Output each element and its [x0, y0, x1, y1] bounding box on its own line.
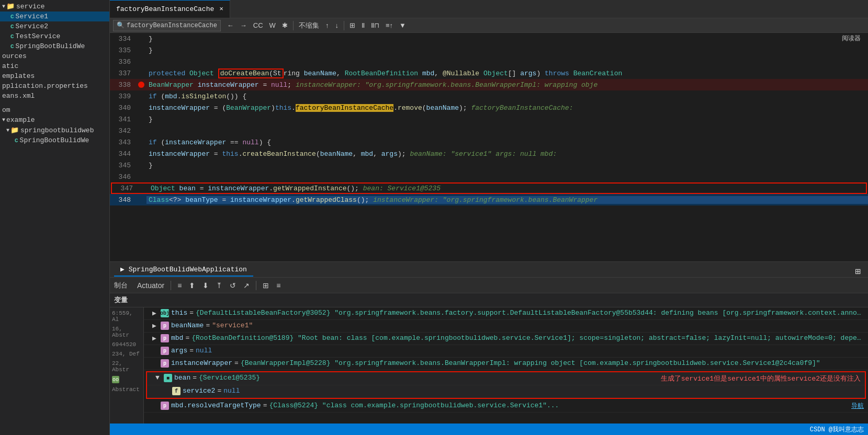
btn-forward[interactable]: →	[238, 20, 249, 30]
btn-align[interactable]: ≡↑	[384, 20, 395, 30]
debug-linenum-2: 16, Abstr	[110, 324, 143, 340]
sidebar-item-service2[interactable]: C Service2	[0, 21, 109, 31]
debug-linenum-3: 6944520	[110, 340, 143, 349]
bean-annotation: 生成了service1但是service1中的属性service2还是没有注入	[661, 374, 861, 383]
varval-mbd: {RootBeanDefinition@5189} "Root bean: cl…	[191, 334, 864, 342]
equals-instancewrapper: =	[234, 359, 239, 367]
debug-console-tab[interactable]: 制台	[114, 281, 128, 290]
code-line-335: 335 }	[110, 44, 868, 56]
sidebar-item-om[interactable]: om	[0, 105, 109, 115]
btn-star[interactable]: ✱	[280, 20, 290, 30]
sidebar-label-appprops: pplication.properties	[2, 82, 88, 90]
code-line-339: 339 if (mbd.isSingleton()) {	[110, 90, 868, 102]
toolbar-row: 🔍 factoryBeanInstanceCache ← → CC W ✱ 不缩…	[110, 18, 868, 33]
debug-linenum-5: 22, Abstr	[110, 359, 143, 374]
variables-panel[interactable]: 6:559, Al 16, Abstr 6944520 234, Def 22,…	[110, 307, 868, 423]
debug-linenum-1: 6:559, Al	[110, 308, 143, 324]
debug-btn-table[interactable]: ⊞	[261, 280, 271, 291]
line-content-343: if (instanceWrapper == null) {	[146, 139, 868, 146]
btn-ii2[interactable]: Ⅱ⊓	[369, 20, 381, 30]
btn-down[interactable]: ↓	[333, 20, 341, 30]
btn-grid[interactable]: ⊞	[347, 20, 357, 30]
nav-link-resolved[interactable]: 导航	[851, 402, 864, 410]
tab-bar: factoryBeanInstanceCache ×	[110, 0, 868, 18]
sidebar-item-service1[interactable]: C Service1	[0, 12, 109, 21]
line-content-344: instanceWrapper = this.createBeanInstanc…	[146, 150, 868, 158]
line-num-348: 348	[110, 196, 136, 204]
debug-btn-down2[interactable]: ⬇	[200, 280, 211, 291]
status-right: CSDN @我叫意志志	[810, 425, 864, 434]
icon-this: obj	[161, 309, 169, 317]
btn-w[interactable]: W	[267, 20, 278, 30]
tab-label: factoryBeanInstanceCache	[116, 5, 214, 13]
var-row-args[interactable]: p args = null	[144, 345, 868, 358]
equals-resolved: =	[263, 402, 267, 409]
arrow-icon-example: ▼	[2, 117, 5, 123]
var-row-instancewrapper[interactable]: p instanceWrapper = {BeanWrapperImpl@522…	[144, 358, 868, 370]
debug-linenum-7: Abstract	[110, 385, 143, 394]
line-content-347: Object bean = instanceWrapper.getWrapped…	[149, 185, 866, 192]
expand-bean[interactable]: ▼	[155, 374, 164, 382]
code-editor[interactable]: 阅读器 334 } 335 } 336	[110, 33, 868, 261]
expand-mbd[interactable]: ▶	[152, 334, 161, 342]
code-line-337: 337 protected Object doCreateBean(String…	[110, 67, 868, 79]
folder-icon-sbbw: 📁	[10, 126, 19, 134]
expand-this[interactable]: ▶	[152, 309, 161, 317]
class-icon-service1: C	[10, 14, 14, 20]
btn-up[interactable]: ↑	[323, 20, 331, 30]
toolbar-divider	[293, 21, 294, 30]
tab-close[interactable]: ×	[219, 5, 223, 13]
debug-line-nums: 6:559, Al 16, Abstr 6944520 234, Def 22,…	[110, 307, 144, 423]
var-row-service2[interactable]: f service2 = null	[147, 385, 865, 398]
btn-filter[interactable]: ▼	[397, 20, 408, 30]
sidebar-item-springbootbulidwe2[interactable]: C SpringBootBulidWe	[0, 135, 109, 145]
var-row-bean[interactable]: ▼ ■ bean = {Service1@5235} 生成了service1但是…	[147, 372, 865, 385]
sidebar-item-example[interactable]: ▼ example	[0, 115, 109, 125]
var-row-this[interactable]: ▶ obj this = {DefaultListableBeanFactory…	[144, 307, 868, 320]
btn-collapse[interactable]: 不缩集	[297, 20, 321, 31]
debug-btn-list[interactable]: ≡	[175, 280, 184, 291]
icon-resolved: p	[161, 402, 169, 410]
active-tab[interactable]: factoryBeanInstanceCache ×	[110, 0, 230, 18]
panel-pin-icon[interactable]: ⊞	[855, 266, 861, 277]
sidebar-item-testservice[interactable]: C TestService	[0, 31, 109, 41]
var-row-resolved[interactable]: p mbd.resolvedTargetType = {Class@5224} …	[144, 400, 868, 413]
btn-back[interactable]: ←	[225, 20, 236, 30]
code-line-343: 343 if (instanceWrapper == null) {	[110, 136, 868, 148]
code-line-342: 342	[110, 125, 868, 136]
btn-cc[interactable]: CC	[251, 20, 265, 30]
run-tab[interactable]: ▶ SpringBootBulidWebApplication	[114, 263, 253, 277]
expand-beanname[interactable]: ▶	[152, 322, 161, 330]
editor-area: factoryBeanInstanceCache × 🔍 factoryBean…	[110, 0, 868, 435]
var-row-beanname[interactable]: ▶ p beanName = "service1"	[144, 320, 868, 333]
sidebar-item-appprops[interactable]: pplication.properties	[0, 81, 109, 91]
sidebar-item-springboot[interactable]: C SpringBootBulidWe	[0, 41, 109, 51]
sidebar-item-service[interactable]: ▼ 📁 service	[0, 1, 109, 12]
folder-icon: 📁	[6, 2, 15, 10]
sidebar-item-sources[interactable]: ources	[0, 51, 109, 61]
sidebar-label-static: atic	[2, 62, 18, 70]
class-icon-testservice: C	[10, 33, 14, 40]
btn-ii[interactable]: Ⅱ	[359, 20, 367, 30]
var-row-mbd[interactable]: ▶ p mbd = {RootBeanDefinition@5189} "Roo…	[144, 333, 868, 345]
varname-resolved: mbd.resolvedTargetType	[171, 402, 261, 409]
varname-this: this	[171, 309, 187, 317]
code-lines: 334 } 335 } 336	[110, 33, 868, 205]
debug-btn-rotate[interactable]: ↺	[228, 280, 238, 291]
sidebar-item-beansxml[interactable]: eans.xml	[0, 91, 109, 101]
sidebar-item-springbootbulidweb[interactable]: ▼ 📁 springbootbulidweb	[0, 125, 109, 135]
debug-btn-up3[interactable]: ⤒	[214, 280, 224, 291]
sidebar-item-templates[interactable]: emplates	[0, 71, 109, 81]
line-num-335: 335	[110, 47, 136, 54]
line-num-341: 341	[110, 116, 136, 123]
sidebar-label-templates: emplates	[2, 72, 35, 80]
search-icon: 🔍	[117, 21, 125, 29]
sidebar-item-static[interactable]: atic	[0, 61, 109, 71]
debug-btn-up2[interactable]: ⬆	[187, 280, 197, 291]
search-text: factoryBeanInstanceCache	[127, 22, 217, 29]
line-num-334: 334	[110, 35, 136, 43]
line-content-345: }	[146, 162, 868, 169]
debug-btn-step[interactable]: ↗	[241, 280, 252, 291]
debug-btn-align2[interactable]: ≡	[274, 280, 283, 291]
actuator-btn[interactable]: Actuator	[135, 280, 166, 291]
